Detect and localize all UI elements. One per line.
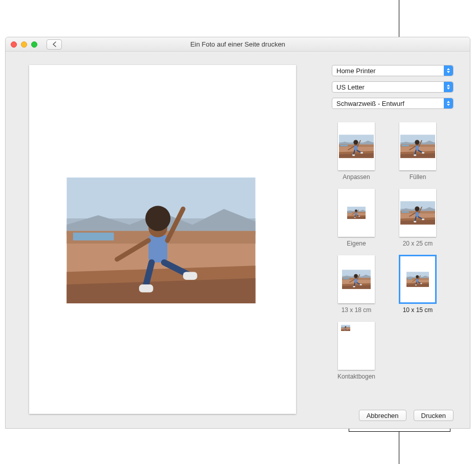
format-option-custom[interactable]: Eigene xyxy=(332,189,381,247)
select-arrows-icon xyxy=(444,65,453,76)
close-window-button[interactable] xyxy=(11,41,17,48)
paper-size-select[interactable]: US Letter xyxy=(332,81,454,93)
cancel-button[interactable]: Abbrechen xyxy=(359,410,406,421)
format-thumb xyxy=(338,189,375,237)
quality-select[interactable]: Schwarzweiß - Entwurf xyxy=(332,98,454,109)
window-title: Ein Foto auf einer Seite drucken xyxy=(6,40,470,48)
printer-select-value: Home Printer xyxy=(336,67,376,75)
format-option-fill[interactable]: Füllen xyxy=(393,122,442,181)
format-thumb xyxy=(338,322,375,370)
dialog-content: Home Printer US Letter Schwarzweiß - Ent… xyxy=(6,52,470,428)
callout-bracket-h xyxy=(349,431,450,432)
print-dialog-window: Ein Foto auf einer Seite drucken Home Pr… xyxy=(5,37,470,429)
format-option-13x18[interactable]: 13 x 18 cm xyxy=(332,255,381,314)
minimize-window-button[interactable] xyxy=(21,41,27,48)
format-thumb xyxy=(399,255,436,303)
format-label: Kontaktbogen xyxy=(337,373,375,380)
format-label: 20 x 25 cm xyxy=(403,240,433,247)
format-thumb xyxy=(338,255,375,303)
format-option-10x15[interactable]: 10 x 15 cm xyxy=(393,255,442,314)
print-button[interactable]: Drucken xyxy=(414,410,454,421)
format-option-contact[interactable]: Kontaktbogen xyxy=(332,322,381,380)
print-preview-photo xyxy=(66,178,256,303)
paper-size-select-value: US Letter xyxy=(336,83,365,91)
quality-select-value: Schwarzweiß - Entwurf xyxy=(336,100,404,107)
select-arrows-icon xyxy=(444,82,453,92)
format-label: Füllen xyxy=(410,173,426,181)
callout-line-top xyxy=(399,0,399,37)
traffic-lights xyxy=(11,41,37,48)
print-preview-page xyxy=(29,65,296,414)
select-arrows-icon xyxy=(444,98,453,108)
back-button[interactable] xyxy=(47,39,62,50)
format-label: 13 x 18 cm xyxy=(342,306,372,314)
format-thumb xyxy=(338,122,375,170)
format-label: Anpassen xyxy=(343,173,370,181)
chevron-left-icon xyxy=(52,41,57,47)
format-label: Eigene xyxy=(347,240,366,247)
zoom-window-button[interactable] xyxy=(31,41,37,48)
printer-select[interactable]: Home Printer xyxy=(332,65,454,76)
format-option-20x25[interactable]: 20 x 25 cm xyxy=(393,189,442,247)
format-option-fit[interactable]: Anpassen xyxy=(332,122,381,181)
format-grid: AnpassenFüllenEigene20 x 25 cm13 x 18 cm… xyxy=(332,122,454,380)
format-label: 10 x 15 cm xyxy=(403,306,433,314)
format-thumb xyxy=(399,189,436,237)
titlebar: Ein Foto auf einer Seite drucken xyxy=(6,37,470,52)
print-options-sidebar: Home Printer US Letter Schwarzweiß - Ent… xyxy=(332,65,454,380)
callout-line-bottom xyxy=(399,431,399,464)
dialog-footer: Abbrechen Drucken xyxy=(359,410,454,421)
format-thumb xyxy=(399,122,436,170)
